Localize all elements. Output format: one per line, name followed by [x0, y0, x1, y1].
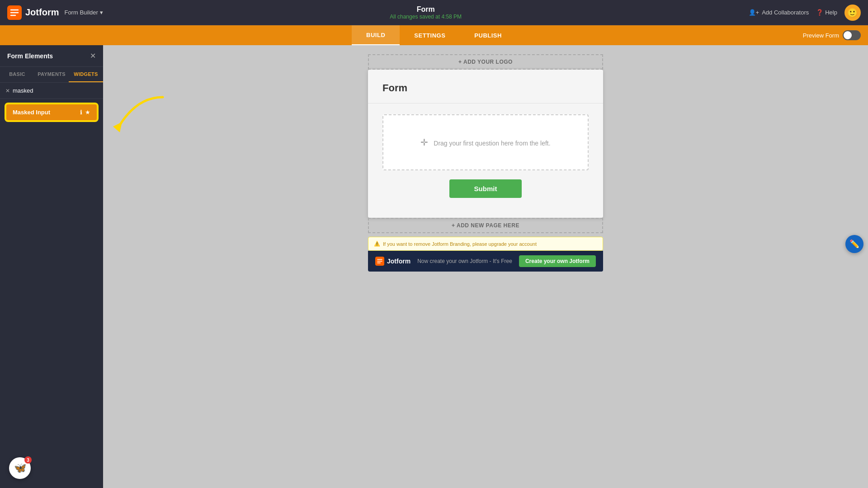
star-icon: ★	[85, 109, 90, 116]
preview-form-area: Preview Form	[803, 30, 861, 40]
tab-payments[interactable]: PAYMENTS	[34, 67, 69, 82]
branding-warning: ⚠️ If you want to remove Jotform Brandin…	[368, 237, 603, 251]
close-sidebar-button[interactable]: ✕	[90, 52, 96, 60]
logo-text: Jotform	[25, 7, 59, 18]
user-plus-icon: 👤+	[749, 9, 760, 16]
create-jotform-button[interactable]: Create your own Jotform	[519, 255, 596, 267]
butterfly-icon: 🦋	[14, 462, 26, 474]
tab-publish[interactable]: PUBLISH	[460, 25, 516, 45]
saved-status: All changes saved at 4:58 PM	[390, 14, 462, 20]
form-builder-dropdown[interactable]: Form Builder ▾	[64, 9, 103, 16]
header-right: 👤+ Add Collaborators ❓ Help 🙂	[749, 5, 861, 21]
toggle-knob	[844, 31, 852, 39]
form-title-header: Form	[390, 5, 462, 14]
search-value: masked	[13, 87, 98, 94]
add-logo-bar[interactable]: + ADD YOUR LOGO	[368, 54, 603, 70]
branding-logo-text: Jotform	[387, 258, 410, 265]
header-left: Jotform Form Builder ▾	[7, 5, 103, 20]
widget-label: Masked Input	[13, 109, 50, 116]
help-icon: ❓	[816, 9, 823, 16]
masked-input-widget[interactable]: Masked Input ℹ ★	[5, 103, 98, 121]
form-card-body: ✛ Drag your first question here from the…	[368, 103, 603, 218]
sidebar-tabs: BASIC PAYMENTS WIDGETS	[0, 67, 103, 83]
canvas-area: + ADD YOUR LOGO Form ✛ Drag your first q…	[103, 45, 868, 488]
main-content: Form Elements ✕ BASIC PAYMENTS WIDGETS ✕…	[0, 45, 868, 488]
tab-settings[interactable]: SETTINGS	[400, 25, 460, 45]
preview-form-label: Preview Form	[803, 32, 839, 39]
app-header: Jotform Form Builder ▾ Form All changes …	[0, 0, 868, 25]
tab-build[interactable]: BUILD	[352, 25, 400, 45]
notification-badge[interactable]: 🦋 3	[9, 457, 31, 479]
sidebar-title: Form Elements	[7, 52, 53, 60]
chevron-down-icon: ▾	[100, 9, 103, 16]
form-card: Form ✛ Drag your first question here fro…	[368, 70, 603, 218]
search-area: ✕ masked	[0, 83, 103, 99]
tab-basic[interactable]: BASIC	[0, 67, 34, 82]
add-page-bar[interactable]: + ADD NEW PAGE HERE	[368, 218, 603, 233]
bottom-badge-container[interactable]: 🦋 3	[9, 457, 31, 479]
widget-icons: ℹ ★	[80, 109, 90, 116]
submit-button[interactable]: Submit	[449, 179, 522, 198]
sidebar-header: Form Elements ✕	[0, 45, 103, 67]
help-button[interactable]: ❓ Help	[816, 9, 837, 16]
form-card-header: Form	[368, 70, 603, 103]
jotform-logo[interactable]: Jotform	[7, 5, 59, 20]
avatar[interactable]: 🙂	[844, 5, 861, 21]
nav-bar: BUILD SETTINGS PUBLISH Preview Form	[0, 25, 868, 45]
info-icon: ℹ	[80, 109, 82, 116]
header-center: Form All changes saved at 4:58 PM	[390, 5, 462, 20]
branding-promo-text: Now create your own Jotform - It's Free	[417, 258, 512, 264]
tab-widgets[interactable]: WIDGETS	[69, 67, 103, 82]
right-float-button[interactable]: ✏️	[845, 235, 863, 253]
sidebar: Form Elements ✕ BASIC PAYMENTS WIDGETS ✕…	[0, 45, 103, 488]
move-icon: ✛	[420, 137, 428, 147]
add-collaborators-button[interactable]: 👤+ Add Collaborators	[749, 9, 809, 16]
warning-icon: ⚠️	[374, 241, 380, 247]
jotform-branding-bar: Jotform Now create your own Jotform - It…	[368, 251, 603, 272]
pencil-icon: ✏️	[849, 239, 859, 249]
drag-hint: Drag your first question here from the l…	[434, 140, 550, 147]
branding-warning-text: If you want to remove Jotform Branding, …	[383, 241, 537, 247]
preview-toggle[interactable]	[843, 30, 861, 40]
drop-zone: ✛ Drag your first question here from the…	[382, 114, 589, 170]
form-card-title: Form	[382, 82, 589, 94]
branding-logo: Jotform	[375, 257, 410, 266]
search-clear-button[interactable]: ✕	[5, 88, 10, 94]
badge-count: 3	[24, 456, 32, 464]
